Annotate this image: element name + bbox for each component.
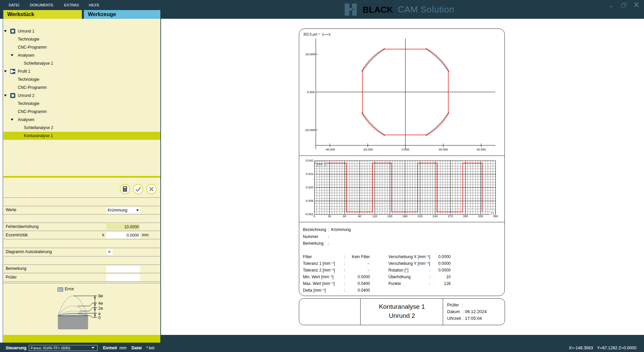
svg-text:Bemerkung: Bemerkung (303, 241, 323, 246)
svg-text:180: 180 (402, 215, 408, 218)
svg-text:352.6 µm⁻¹: 352.6 µm⁻¹ (303, 33, 320, 36)
svg-text::: : (462, 316, 464, 321)
svg-text:0.0400: 0.0400 (358, 288, 370, 293)
svg-text:0.000: 0.000 (307, 91, 315, 94)
svg-text::: : (328, 227, 329, 232)
svg-text:-: - (368, 261, 369, 266)
svg-text:17:05:04: 17:05:04 (465, 316, 482, 321)
svg-text:Toleranz 2 [mm⁻¹]: Toleranz 2 [mm⁻¹] (303, 268, 335, 273)
svg-text:20.000: 20.000 (439, 148, 448, 151)
svg-text:Punkte: Punkte (388, 281, 401, 286)
svg-text:Kein Filter: Kein Filter (352, 254, 370, 259)
svg-text:-0.002: -0.002 (305, 213, 313, 216)
svg-text:Überhöhung: Überhöhung (388, 275, 411, 279)
svg-text:Max. Wert [mm⁻¹]: Max. Wert [mm⁻¹] (303, 281, 335, 286)
svg-text::: : (344, 281, 345, 286)
svg-text::: : (344, 254, 345, 259)
svg-text:-20.000: -20.000 (304, 128, 315, 132)
svg-text::: : (344, 288, 345, 293)
svg-text:150: 150 (387, 215, 392, 218)
svg-text:0.0000: 0.0000 (438, 261, 451, 266)
svg-text::: : (344, 275, 345, 279)
svg-text:90: 90 (358, 215, 361, 218)
svg-text:Verschiebung Y [mm⁻¹]: Verschiebung Y [mm⁻¹] (388, 261, 430, 266)
svg-text:8e: 8e (98, 294, 103, 298)
svg-text:0.0000: 0.0000 (438, 268, 451, 273)
svg-text:20.000: 20.000 (305, 53, 315, 56)
svg-text::: : (344, 268, 345, 273)
svg-text:0: 0 (313, 215, 315, 218)
svg-text:2e: 2e (98, 306, 103, 311)
svg-text:30: 30 (328, 215, 331, 218)
svg-text:-40.000: -40.000 (325, 148, 335, 151)
svg-text:Rotation [°]: Rotation [°] (388, 268, 409, 273)
svg-text:06.12.2024: 06.12.2024 (465, 309, 487, 314)
svg-text:128: 128 (444, 281, 450, 286)
svg-text::: : (429, 281, 430, 286)
svg-text:0.031: 0.031 (306, 172, 313, 176)
svg-text:360: 360 (493, 215, 498, 218)
svg-text::: : (328, 241, 329, 246)
svg-text:Datum: Datum (447, 309, 460, 314)
svg-text:Verschiebung X [mm⁻¹]: Verschiebung X [mm⁻¹] (388, 254, 430, 259)
svg-text:Nummer: Nummer (303, 234, 318, 239)
svg-text::: : (429, 261, 430, 266)
svg-text:0.009: 0.009 (306, 199, 313, 202)
svg-text:Bezeichnung: Bezeichnung (303, 227, 326, 232)
svg-text:60: 60 (343, 215, 346, 218)
svg-text:-: - (368, 268, 369, 273)
svg-text::: : (462, 302, 463, 307)
svg-text:0.0000: 0.0000 (358, 275, 370, 279)
svg-text:Uhrzeit: Uhrzeit (447, 316, 461, 321)
svg-text:0.0400: 0.0400 (358, 281, 370, 286)
svg-text:0.042: 0.042 (306, 159, 313, 162)
svg-text::: : (429, 275, 430, 279)
svg-text:0.020: 0.020 (306, 186, 313, 189)
svg-text:0.000: 0.000 (402, 148, 410, 151)
svg-text:240: 240 (433, 215, 438, 218)
svg-text:210: 210 (418, 215, 423, 218)
svg-text:[°]: [°] (491, 211, 494, 215)
svg-text:40.000: 40.000 (476, 148, 486, 151)
svg-text:270: 270 (448, 215, 453, 218)
svg-text::: : (344, 261, 345, 266)
svg-text:Krümmung: Krümmung (331, 227, 351, 232)
svg-text:Filter: Filter (303, 254, 312, 259)
svg-text::: : (429, 254, 430, 259)
svg-text:10: 10 (446, 275, 451, 279)
svg-text:Prüfer: Prüfer (447, 302, 459, 307)
svg-text:Unrund 2: Unrund 2 (389, 312, 415, 319)
svg-text:Toleranz 1 [mm⁻¹]: Toleranz 1 [mm⁻¹] (303, 261, 335, 266)
svg-text:Konturanalyse 1: Konturanalyse 1 (379, 303, 425, 310)
svg-text:0: 0 (98, 315, 101, 320)
svg-text:300: 300 (463, 215, 468, 218)
svg-text:330: 330 (478, 215, 483, 218)
svg-text:Min. Wert [mm⁻¹]: Min. Wert [mm⁻¹] (303, 275, 333, 279)
svg-text::: : (462, 309, 464, 314)
svg-text:-20.000: -20.000 (363, 148, 373, 151)
svg-text:0.0000: 0.0000 (438, 254, 451, 259)
svg-text::: : (429, 268, 430, 273)
svg-text:120: 120 (372, 215, 377, 218)
svg-text:Delta [mm⁻¹]: Delta [mm⁻¹] (303, 288, 326, 293)
svg-text::: : (328, 234, 329, 239)
svg-text:4e: 4e (98, 301, 103, 306)
svg-text:[mm⁻¹]: [mm⁻¹] (317, 162, 326, 166)
